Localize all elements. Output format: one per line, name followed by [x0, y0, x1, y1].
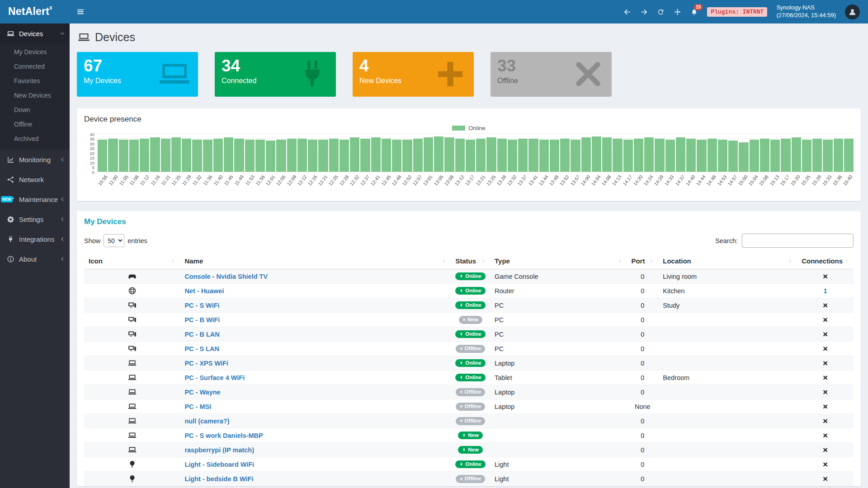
sidebar-subitem-archived[interactable]: Archived	[0, 131, 70, 146]
device-name-link[interactable]: PC - Wayne	[184, 389, 220, 396]
sort-icon[interactable]	[786, 258, 793, 264]
user-avatar[interactable]	[845, 5, 860, 19]
device-name-link[interactable]: Net - Huawei	[184, 287, 224, 295]
refresh-icon[interactable]	[657, 8, 665, 16]
x-tick-label: 12:12	[296, 174, 308, 187]
presence-bar	[708, 139, 717, 172]
device-name-link[interactable]: PC - MSI	[184, 403, 211, 410]
sort-icon[interactable]	[843, 258, 849, 264]
sidebar-group-settings: Settings	[0, 209, 70, 229]
stat-card-new-devices[interactable]: 4New Devices	[353, 52, 474, 97]
sidebar-item-maintenance[interactable]: NEWMaintenance	[0, 189, 70, 209]
column-header-type[interactable]: Type	[490, 253, 627, 269]
device-row[interactable]: PC - B LANOnlinePC0×	[84, 327, 854, 342]
column-header-status[interactable]: Status	[451, 253, 490, 269]
no-connection-icon: ×	[823, 402, 828, 411]
notification-count-badge: 15	[694, 4, 703, 10]
device-row[interactable]: Light - Sideboard WiFiOnlineLight0×	[84, 457, 854, 472]
device-row[interactable]: PC - S LAN×OfflinePC0×	[84, 342, 854, 356]
move-arrows-icon[interactable]	[674, 8, 681, 16]
sidebar-item-monitoring[interactable]: Monitoring	[0, 150, 70, 169]
nav-forward-icon[interactable]	[640, 8, 648, 16]
x-tick-label: 11:45	[223, 174, 234, 186]
x-icon: ×	[460, 346, 462, 351]
search-input[interactable]	[742, 234, 854, 248]
presence-bar	[413, 139, 423, 172]
device-name-link[interactable]: Light - Sideboard WiFi	[184, 461, 254, 468]
notifications-bell[interactable]: 15	[690, 8, 698, 16]
device-type: Laptop	[490, 356, 627, 371]
device-row[interactable]: Light - bedside B WiFi×OfflineLight0×	[84, 472, 854, 486]
column-header-port[interactable]: Port	[627, 253, 658, 269]
device-name-link[interactable]: PC - B LAN	[184, 331, 219, 338]
presence-bar	[182, 139, 191, 172]
device-name-link[interactable]: null (camera?)	[184, 418, 229, 425]
device-name-link[interactable]: Light - bedside B WiFi	[184, 475, 253, 483]
x-tick: 13:37	[518, 172, 528, 196]
device-name-link[interactable]: raspberrypi (IP match)	[184, 446, 254, 454]
sidebar-item-integrations[interactable]: Integrations	[0, 229, 70, 249]
device-type: Light	[490, 472, 627, 486]
sort-icon[interactable]	[647, 258, 654, 264]
x-tick: 14:24	[643, 172, 654, 196]
device-row[interactable]: raspberrypi (IP match)New0×	[84, 443, 854, 457]
sidebar-subitem-offline[interactable]: Offline	[0, 117, 70, 131]
sort-icon[interactable]	[169, 258, 175, 264]
plugins-status-badge[interactable]: Plugins: INTRNT	[707, 7, 767, 17]
sidebar-subitem-connected[interactable]: Connected	[0, 59, 70, 74]
sort-icon[interactable]	[616, 258, 622, 264]
sidebar-item-network[interactable]: Network	[0, 169, 70, 189]
device-row[interactable]: Net - HuaweiOnlineRouter0Kitchen1	[84, 284, 854, 298]
device-row[interactable]: PC - Wayne×OfflineLaptop0×	[84, 385, 854, 399]
device-name-link[interactable]: PC - B WiFi	[184, 316, 220, 324]
x-tick: 13:32	[507, 172, 518, 196]
sort-icon[interactable]	[440, 258, 446, 264]
column-header-icon[interactable]: Icon	[84, 253, 180, 269]
device-row[interactable]: PC - XPS WiFiOnlineLaptop0×	[84, 356, 854, 371]
sort-icon[interactable]	[479, 258, 486, 264]
device-row[interactable]: null (camera?)×Offline0×	[84, 414, 854, 428]
x-tick-label: 14:24	[642, 174, 654, 187]
device-row[interactable]: PC - S work Daniels-MBPNew0×	[84, 428, 854, 443]
chart-x-axis: 10:5611:0011:0511:0811:1211:1611:2111:25…	[98, 172, 854, 196]
device-name-link[interactable]: PC - Surface 4 WiFi	[184, 374, 245, 381]
sidebar-subitem-down[interactable]: Down	[0, 103, 70, 117]
sidebar-subitem-favorites[interactable]: Favorites	[0, 74, 70, 88]
stat-card-offline[interactable]: 33Offline	[491, 52, 612, 97]
x-tick: 12:25	[329, 172, 339, 196]
sidebar-item-about[interactable]: About	[0, 249, 70, 269]
device-name-link[interactable]: PC - S WiFi	[184, 302, 219, 309]
device-name-link[interactable]: PC - XPS WiFi	[184, 360, 228, 367]
stat-card-my-devices[interactable]: 67My Devices	[77, 52, 198, 97]
device-name-link[interactable]: PC - S work Daniels-MBP	[184, 432, 263, 439]
column-header-connections[interactable]: Connections	[797, 253, 854, 269]
presence-bar	[508, 140, 517, 172]
menu-toggle-icon[interactable]	[76, 8, 85, 16]
sidebar-item-settings[interactable]: Settings	[0, 209, 70, 229]
device-row[interactable]: PC - B WiFi×NewPC0×	[84, 313, 854, 327]
presence-bar	[644, 137, 654, 172]
device-name-link[interactable]: PC - S LAN	[184, 345, 219, 352]
sidebar-group-maintenance: NEWMaintenance	[0, 189, 70, 209]
sidebar-subitem-new-devices[interactable]: New Devices	[0, 88, 70, 103]
nav-back-icon[interactable]	[623, 8, 631, 16]
device-name-link[interactable]: Console - Nvidia Shield TV	[184, 273, 268, 280]
sidebar-item-devices[interactable]: Devices	[0, 23, 70, 43]
device-row[interactable]: PC - Surface 4 WiFiOnlineTablet0Bedroom×	[84, 371, 854, 385]
stat-card-connected[interactable]: 34Connected	[215, 52, 336, 97]
device-row[interactable]: Console - Nvidia Shield TVOnlineGame Con…	[84, 269, 854, 284]
page-size-select[interactable]: 50	[104, 234, 124, 247]
sidebar-group-network: Network	[0, 169, 70, 189]
connections-count-link[interactable]: 1	[824, 287, 827, 295]
app-logo[interactable]: NetAlertx	[0, 0, 70, 23]
presence-bar	[255, 140, 265, 172]
column-header-location[interactable]: Location	[658, 253, 797, 269]
presence-bar	[455, 139, 465, 172]
device-row[interactable]: PC - MSI×OfflineLaptopNone×	[84, 399, 854, 414]
x-tick: 13:44	[538, 172, 549, 196]
column-header-name[interactable]: Name	[180, 253, 451, 269]
plug-icon	[296, 58, 329, 90]
sidebar-subitem-my-devices[interactable]: My Devices	[0, 45, 70, 59]
device-type: Light	[490, 457, 627, 472]
device-row[interactable]: PC - S WiFiOnlinePC0Study×	[84, 298, 854, 313]
